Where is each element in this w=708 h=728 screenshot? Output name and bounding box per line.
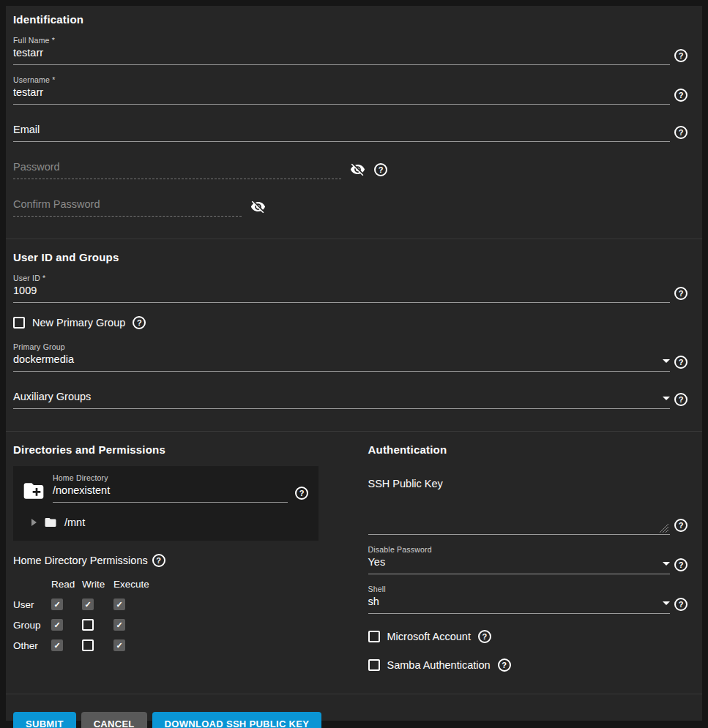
permission-row-label-user: User xyxy=(13,599,51,610)
auxiliary-groups-help-icon[interactable]: ? xyxy=(674,393,687,406)
email-row: Email ? xyxy=(13,124,687,142)
samba-authentication-row: Samba Authentication ? xyxy=(368,658,688,672)
permission-checkbox-other-execute[interactable]: ✓ xyxy=(113,639,125,651)
permissions-help-icon[interactable]: ? xyxy=(152,554,165,567)
username-field[interactable]: Username * testarr xyxy=(13,75,670,105)
ssh-public-key-textarea[interactable] xyxy=(368,489,671,535)
auxiliary-groups-select[interactable]: Auxiliary Groups xyxy=(13,391,670,409)
auxiliary-groups-row: Auxiliary Groups ? xyxy=(13,391,687,409)
permissions-col-write: Write xyxy=(82,579,113,590)
permissions-col-execute: Execute xyxy=(113,579,157,590)
disable-password-row: Disable Password Yes ? xyxy=(368,545,688,574)
samba-authentication-help-icon[interactable]: ? xyxy=(498,658,511,672)
shell-select[interactable]: Shell sh xyxy=(368,585,671,614)
full-name-row: Full Name * testarr ? xyxy=(13,36,687,65)
username-label: Username * xyxy=(13,75,670,84)
home-directory-row: Home Directory /nonexistent ? xyxy=(22,473,308,503)
actions-bar: SUBMIT CANCEL DOWNLOAD SSH PUBLIC KEY xyxy=(6,694,702,728)
confirm-password-placeholder: Confirm Password xyxy=(13,198,100,211)
primary-group-value: dockermedia xyxy=(13,353,74,366)
user-id-help-icon[interactable]: ? xyxy=(674,287,687,300)
permissions-col-read: Read xyxy=(51,579,82,590)
username-row: Username * testarr ? xyxy=(13,75,687,105)
permission-checkbox-user-read[interactable]: ✓ xyxy=(51,598,63,610)
user-id-row: User ID * 1009 ? xyxy=(13,274,687,303)
section-title-directories: Directories and Permissions xyxy=(13,443,333,456)
section-bottom: Directories and Permissions Home Directo… xyxy=(6,431,702,694)
password-row: Password ? xyxy=(13,161,687,179)
shell-help-icon[interactable]: ? xyxy=(674,598,687,611)
tree-item-mnt[interactable]: /mnt xyxy=(22,516,308,529)
microsoft-account-row: Microsoft Account ? xyxy=(368,630,688,643)
disable-password-help-icon[interactable]: ? xyxy=(674,558,687,571)
email-help-icon[interactable]: ? xyxy=(674,126,687,139)
shell-value: sh xyxy=(368,596,379,608)
home-directory-label: Home Directory xyxy=(53,473,288,482)
user-id-label: User ID * xyxy=(13,274,670,282)
permission-checkbox-group-read[interactable]: ✓ xyxy=(51,619,63,631)
chevron-down-icon xyxy=(663,562,670,566)
new-primary-group-row: New Primary Group ? xyxy=(13,316,687,329)
ssh-public-key-label: SSH Public Key xyxy=(368,478,688,489)
password-field[interactable]: Password xyxy=(13,161,341,179)
new-primary-group-label: New Primary Group xyxy=(32,317,125,329)
resize-handle-icon[interactable] xyxy=(658,522,668,533)
ssh-public-key-help-icon[interactable]: ? xyxy=(674,519,687,532)
disable-password-value: Yes xyxy=(368,556,386,568)
home-directory-help-icon[interactable]: ? xyxy=(295,487,308,500)
section-identification: Identification Full Name * testarr ? Use… xyxy=(6,6,702,239)
home-directory-field[interactable]: Home Directory /nonexistent xyxy=(53,473,288,503)
full-name-help-icon[interactable]: ? xyxy=(674,49,687,62)
microsoft-account-checkbox[interactable] xyxy=(368,631,380,642)
permission-checkbox-other-write[interactable] xyxy=(82,639,94,651)
new-primary-group-help-icon[interactable]: ? xyxy=(133,316,146,329)
microsoft-account-help-icon[interactable]: ? xyxy=(478,630,491,643)
permission-cell: ✓ xyxy=(51,598,82,610)
permissions-title-row: Home Directory Permissions ? xyxy=(13,554,333,567)
new-primary-group-checkbox[interactable] xyxy=(13,317,25,329)
username-help-icon[interactable]: ? xyxy=(674,89,687,102)
section-user-id-groups: User ID and Groups User ID * 1009 ? New … xyxy=(6,239,702,431)
permission-checkbox-user-write[interactable]: ✓ xyxy=(82,598,94,610)
permission-cell: ✓ xyxy=(51,639,82,651)
permission-checkbox-other-read[interactable]: ✓ xyxy=(51,639,63,651)
auxiliary-groups-label: Auxiliary Groups xyxy=(13,391,91,403)
user-id-value: 1009 xyxy=(13,285,37,297)
permission-cell: ✓ xyxy=(113,619,157,631)
shell-row: Shell sh ? xyxy=(368,585,688,614)
permission-cell: ✓ xyxy=(51,619,82,631)
email-label: Email xyxy=(13,124,40,136)
primary-group-row: Primary Group dockermedia ? xyxy=(13,342,687,372)
password-help-icon[interactable]: ? xyxy=(374,163,387,176)
user-id-field[interactable]: User ID * 1009 xyxy=(13,274,670,303)
confirm-password-visibility-off-icon[interactable] xyxy=(250,199,266,214)
permissions-title: Home Directory Permissions xyxy=(13,555,148,566)
permission-checkbox-user-execute[interactable]: ✓ xyxy=(113,598,125,610)
tree-expand-arrow-icon[interactable] xyxy=(31,519,37,526)
home-directory-value: /nonexistent xyxy=(53,484,110,497)
permissions-grid: Read Write Execute User✓✓✓Group✓✓Other✓✓ xyxy=(13,579,333,651)
ssh-public-key-row: ? xyxy=(368,489,688,535)
permission-checkbox-group-write[interactable] xyxy=(82,619,94,631)
permission-row-label-other: Other xyxy=(13,640,51,651)
cancel-button[interactable]: CANCEL xyxy=(81,712,147,728)
primary-group-help-icon[interactable]: ? xyxy=(674,356,687,369)
samba-authentication-label: Samba Authentication xyxy=(387,659,491,671)
primary-group-label: Primary Group xyxy=(13,342,670,351)
confirm-password-row: Confirm Password xyxy=(13,198,687,217)
download-ssh-public-key-button[interactable]: DOWNLOAD SSH PUBLIC KEY xyxy=(152,712,322,728)
chevron-down-icon xyxy=(663,359,670,363)
full-name-field[interactable]: Full Name * testarr xyxy=(13,36,670,65)
disable-password-select[interactable]: Disable Password Yes xyxy=(368,545,671,574)
permission-cell: ✓ xyxy=(82,598,113,610)
permission-cell: ✓ xyxy=(113,639,157,651)
permission-checkbox-group-execute[interactable]: ✓ xyxy=(113,619,125,631)
home-directory-panel: Home Directory /nonexistent ? /mnt xyxy=(13,466,318,541)
samba-authentication-checkbox[interactable] xyxy=(368,659,380,671)
confirm-password-field[interactable]: Confirm Password xyxy=(13,198,242,217)
password-visibility-off-icon[interactable] xyxy=(350,162,365,177)
submit-button[interactable]: SUBMIT xyxy=(13,712,76,728)
email-field[interactable]: Email xyxy=(13,124,670,142)
microsoft-account-label: Microsoft Account xyxy=(387,631,471,642)
primary-group-select[interactable]: Primary Group dockermedia xyxy=(13,342,670,372)
